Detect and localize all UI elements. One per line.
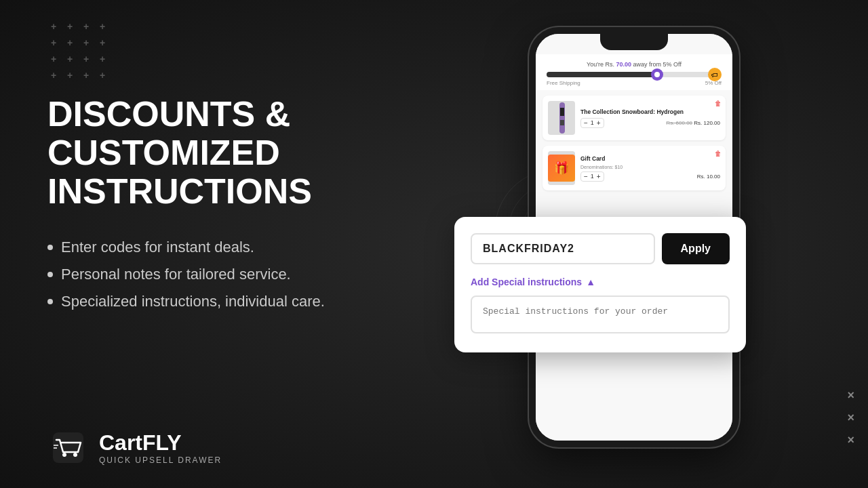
progress-thumb bbox=[651, 68, 663, 81]
list-item: Enter codes for instant deals. bbox=[47, 239, 481, 256]
phone-notch bbox=[600, 34, 668, 50]
logo-text: CartFLY QUICK UPSELL DRAWER bbox=[99, 430, 222, 465]
close-icon-1[interactable]: × bbox=[847, 388, 854, 403]
progress-labels: Free Shipping 5% Off bbox=[547, 80, 722, 86]
brand-name: CartFLY bbox=[99, 430, 222, 455]
denomination: Denominations: $10 bbox=[580, 165, 720, 169]
svg-point-2 bbox=[73, 453, 77, 457]
left-panel: DISCOUNTS & CUSTOMIZED INSTRUCTIONS Ente… bbox=[47, 95, 481, 320]
gift-icon: 🎁 bbox=[548, 155, 575, 182]
progress-amount: 70.00 bbox=[616, 61, 632, 68]
apply-button[interactable]: Apply bbox=[662, 233, 730, 264]
bullet-dot bbox=[47, 245, 53, 250]
item-name: Gift Card bbox=[580, 155, 720, 162]
discount-icon: 🏷 bbox=[708, 68, 722, 81]
progress-section: You're Rs. 70.00 away from 5% Off 🏷 Free… bbox=[536, 54, 732, 90]
delete-icon[interactable]: 🗑 bbox=[715, 150, 722, 157]
svg-rect-9 bbox=[559, 102, 565, 134]
bullet-dot bbox=[47, 272, 53, 277]
qty-price-row: − 1 + Rs. 600.00 Rs. 120.00 bbox=[580, 118, 720, 128]
cart-icon bbox=[50, 429, 87, 466]
svg-rect-11 bbox=[560, 120, 564, 125]
snowboard-info: The Collection Snowboard: Hydrogen − 1 +… bbox=[580, 108, 720, 128]
delete-icon[interactable]: 🗑 bbox=[715, 100, 722, 107]
progress-thumb-inner bbox=[654, 72, 660, 77]
svg-rect-10 bbox=[560, 108, 564, 116]
qty-decrease[interactable]: − bbox=[584, 173, 588, 180]
close-icon-3[interactable]: × bbox=[847, 433, 854, 447]
item-price: Rs. 600.00 Rs. 120.00 bbox=[666, 120, 720, 126]
snowboard-image bbox=[548, 101, 575, 135]
giftcard-image: 🎁 bbox=[548, 151, 575, 185]
coupon-row: Apply bbox=[471, 233, 730, 264]
qty-control[interactable]: − 1 + bbox=[580, 171, 604, 182]
list-item: Specialized instructions, individual car… bbox=[47, 293, 481, 310]
qty-decrease[interactable]: − bbox=[584, 119, 588, 127]
close-icon-2[interactable]: × bbox=[847, 411, 854, 425]
qty-value: 1 bbox=[591, 119, 594, 126]
svg-point-1 bbox=[62, 453, 66, 457]
logo-icon bbox=[47, 427, 88, 468]
right-panel: You're Rs. 70.00 away from 5% Off 🏷 Free… bbox=[434, 0, 868, 488]
cart-item-giftcard: 🎁 Gift Card Denominations: $10 − 1 + Rs.… bbox=[542, 146, 726, 190]
floating-card: Apply Add Special instructions ▲ bbox=[454, 217, 746, 352]
add-instructions-toggle[interactable]: Add Special instructions ▲ bbox=[471, 277, 730, 287]
list-item: Personal notes for tailored service. bbox=[47, 266, 481, 283]
main-title: DISCOUNTS & CUSTOMIZED INSTRUCTIONS bbox=[47, 95, 481, 211]
x-icons-group: × × × bbox=[847, 388, 854, 447]
progress-label: You're Rs. 70.00 away from 5% Off bbox=[547, 61, 722, 68]
decorative-plus-grid: + + + + + + + + + + + + + + + + bbox=[47, 20, 108, 81]
feature-list: Enter codes for instant deals. Personal … bbox=[47, 239, 481, 310]
giftcard-info: Gift Card Denominations: $10 − 1 + Rs. 1… bbox=[580, 155, 720, 182]
item-name: The Collection Snowboard: Hydrogen bbox=[580, 108, 720, 115]
cart-item-snowboard: The Collection Snowboard: Hydrogen − 1 +… bbox=[542, 96, 726, 140]
coupon-input[interactable] bbox=[471, 233, 655, 264]
chevron-up-icon: ▲ bbox=[586, 277, 595, 287]
brand-tagline: QUICK UPSELL DRAWER bbox=[99, 455, 222, 465]
progress-fill bbox=[547, 72, 660, 77]
qty-increase[interactable]: + bbox=[597, 119, 601, 127]
qty-value: 1 bbox=[591, 173, 594, 180]
qty-price-row: − 1 + Rs. 10.00 bbox=[580, 171, 720, 182]
item-price: Rs. 10.00 bbox=[697, 174, 720, 180]
progress-track: 🏷 bbox=[547, 72, 722, 77]
qty-control[interactable]: − 1 + bbox=[580, 118, 604, 128]
instructions-label: Add Special instructions bbox=[471, 277, 582, 287]
logo-section: CartFLY QUICK UPSELL DRAWER bbox=[47, 427, 222, 468]
qty-increase[interactable]: + bbox=[597, 173, 601, 180]
bullet-dot bbox=[47, 299, 53, 304]
instructions-textarea[interactable] bbox=[471, 296, 730, 333]
